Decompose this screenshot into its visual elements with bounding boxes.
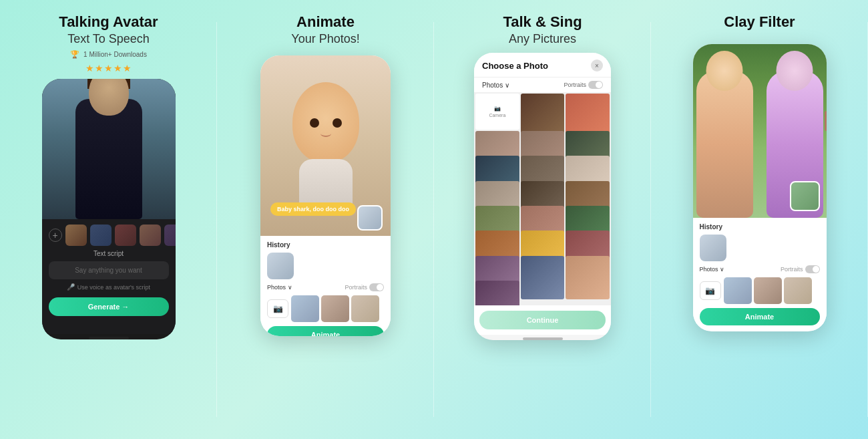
voice-label: Use voice as avatar's script (77, 284, 150, 291)
baby-head (292, 82, 359, 162)
portraits-label-3: Portraits (564, 82, 586, 88)
panel-animate: Animate Your Photos! Baby shark, doo doo… (217, 0, 434, 439)
small-baby-thumb (357, 205, 383, 231)
avatar-photo-area (42, 79, 176, 219)
camera-icon-3: 📷 (494, 106, 501, 112)
phone2-bottom: History Photos ∨ Portraits 📷 Animate (260, 236, 391, 336)
phone2-frame: Baby shark, doo doo doo History Photos ∨… (260, 55, 391, 336)
panel1-title: Talking Avatar (59, 13, 158, 31)
generate-button[interactable]: Generate → (49, 297, 169, 316)
portraits-toggle-3: Portraits (564, 81, 603, 89)
wine-glass (825, 111, 827, 131)
photos-label-sm[interactable]: Photos ∨ (482, 82, 509, 89)
portraits-label: Portraits (345, 284, 367, 291)
text-script-input[interactable]: Say anything you want (49, 261, 169, 279)
clay-person-left (696, 71, 753, 218)
voice-script-row: 🎤 Use voice as avatar's script (49, 283, 169, 291)
avatar-thumb-4[interactable] (140, 225, 161, 246)
camera-icon-4[interactable]: 📷 (700, 281, 721, 300)
close-button[interactable]: × (591, 59, 603, 71)
toggle-switch[interactable] (369, 283, 384, 291)
camera-row-4: 📷 (700, 277, 820, 304)
download-badge: 1 Million+ Downloads (83, 51, 147, 58)
phone4-frame: History Photos ∨ Portraits 📷 Animate (693, 44, 827, 331)
panel3-subtitle: Any Pictures (509, 32, 576, 46)
camera-icon[interactable]: 📷 (267, 299, 288, 318)
history-label-4: History (700, 223, 820, 231)
grid-thumb-4-1[interactable] (724, 277, 752, 304)
animate-button-4[interactable]: Animate (700, 308, 820, 325)
toggle-switch-3[interactable] (588, 81, 603, 89)
badge-row: 🏆 1 Million+ Downloads (70, 50, 147, 59)
toggle-switch-4[interactable] (805, 265, 820, 273)
laurel-left: 🏆 (70, 50, 79, 59)
thumbnail-row: + (49, 225, 169, 246)
panel-clay-filter: Clay Filter History Photos ∨ Portraits (651, 0, 868, 439)
photo-grid-area: 📷 Camera (474, 92, 611, 305)
avatar-thumb-1[interactable] (65, 225, 87, 246)
grid-thumb-4-2[interactable] (754, 277, 782, 304)
phone1-bottom: + Text script Say anything you want 🎤 Us… (42, 219, 176, 334)
avatar-thumb-2[interactable] (90, 225, 112, 246)
portraits-toggle: Portraits (345, 283, 384, 291)
grid-thumb-4-3[interactable] (784, 277, 812, 304)
continue-button[interactable]: Continue (479, 311, 606, 329)
photo-cell-21[interactable] (475, 281, 519, 305)
baby-photo-area: Baby shark, doo doo doo (260, 55, 391, 236)
clay-head-right (777, 51, 813, 91)
photos-toggle-row: Photos ∨ Portraits (474, 78, 611, 92)
grid-thumb-2[interactable] (321, 295, 349, 322)
photos-label-4[interactable]: Photos ∨ (700, 266, 725, 273)
panel2-subtitle: Your Photos! (291, 32, 359, 46)
panel3-title: Talk & Sing (503, 13, 582, 31)
baby-eye-right (333, 118, 342, 128)
photos-row-4: Photos ∨ Portraits (700, 265, 820, 273)
grid-thumb-1[interactable] (291, 295, 319, 322)
baby-eyes (310, 118, 342, 128)
history-thumbnail[interactable] (267, 253, 294, 279)
baby-eye-left (310, 118, 319, 128)
modal-header: Choose a Photo × (474, 53, 611, 78)
home-indicator (89, 337, 129, 339)
portraits-toggle-4: Portraits (781, 265, 820, 273)
phone3-bottom: Continue (474, 305, 611, 335)
camera-row: 📷 (267, 295, 384, 322)
panel-talking-avatar: Talking Avatar Text To Speech 🏆 1 Millio… (0, 0, 217, 439)
photos-label[interactable]: Photos ∨ (267, 284, 292, 291)
camera-label: Camera (489, 113, 505, 118)
photo-cell-20[interactable] (566, 256, 610, 300)
photo-grid-row-4 (724, 277, 812, 304)
photo-grid-row (291, 295, 379, 322)
home-indicator-3 (523, 337, 563, 340)
photos-row: Photos ∨ Portraits (267, 283, 384, 291)
phone4-bottom: History Photos ∨ Portraits 📷 Animate (693, 218, 827, 331)
panel4-title: Clay Filter (724, 13, 795, 31)
portraits-label-4: Portraits (781, 266, 803, 273)
avatar-thumb-3[interactable] (115, 225, 136, 246)
text-script-label: Text script (49, 250, 169, 257)
camera-cell[interactable]: 📷 Camera (475, 94, 519, 129)
stars-row: ★★★★★ (85, 63, 132, 74)
phone3-frame: Choose a Photo × Photos ∨ Portraits 📷 Ca… (474, 53, 611, 340)
animate-button[interactable]: Animate (267, 326, 384, 336)
phone1-frame: + Text script Say anything you want 🎤 Us… (42, 79, 176, 339)
clay-overlay-thumb (790, 181, 820, 211)
mic-icon: 🎤 (67, 283, 75, 291)
baby-nose (320, 130, 331, 137)
man-body (75, 99, 142, 219)
grid-thumb-3[interactable] (351, 295, 379, 322)
man-head (89, 79, 129, 116)
clay-head-left (706, 51, 743, 91)
modal-title: Choose a Photo (482, 61, 548, 71)
history-thumbnail-4[interactable] (700, 235, 726, 261)
panel2-title: Animate (296, 13, 355, 31)
panel1-subtitle: Text To Speech (67, 32, 150, 46)
clay-photo-area (693, 44, 827, 218)
history-label: History (267, 241, 384, 249)
photo-cell-19[interactable] (521, 256, 565, 300)
avatar-thumb-5[interactable] (164, 225, 176, 246)
panel-talk-sing: Talk & Sing Any Pictures Choose a Photo … (434, 0, 651, 439)
speech-bubble: Baby shark, doo doo doo (270, 202, 356, 216)
add-avatar-button[interactable]: + (49, 229, 62, 242)
star-rating: ★★★★★ (85, 63, 132, 74)
